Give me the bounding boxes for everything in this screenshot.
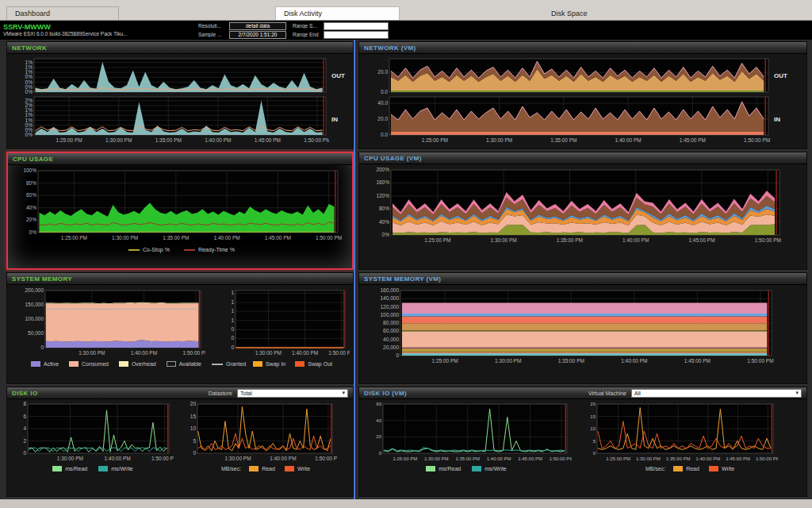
panel-cpu-usage[interactable]: CPU USAGE 0%20%40%60%80%100%1:25:00 PM1:… [6, 152, 354, 270]
svg-text:1:30:00 PM: 1:30:00 PM [105, 137, 132, 143]
resolution-value[interactable]: detail data [229, 22, 286, 30]
panel-title-cpu: CPU USAGE [13, 156, 53, 163]
legend-item: ms/Read [52, 466, 87, 471]
svg-text:10: 10 [190, 425, 197, 431]
svg-text:1:30:00 PM: 1:30:00 PM [79, 350, 105, 356]
legend-swatch [167, 361, 176, 367]
disk-mb-legend: ReadWrite [249, 466, 310, 471]
svg-text:1:30:00 PM: 1:30:00 PM [112, 235, 138, 241]
network-out-chart: 0%0%0%0%1%1%1% [10, 56, 329, 94]
legend-item: Swap Out [295, 361, 332, 367]
legend-label: Overhead [132, 361, 156, 367]
legend-swatch [673, 466, 683, 471]
legend-item: Read [249, 466, 275, 471]
cpu-usage-vm-chart: 0%40%80%120%160%200%1:25:00 PM1:30:00 PM… [362, 167, 806, 244]
virtual-machine-select[interactable]: All ▾ [631, 389, 802, 398]
svg-text:40%: 40% [26, 205, 36, 210]
network-vm-out-chart: 0.020.0 [362, 56, 772, 94]
svg-text:1%: 1% [25, 69, 33, 75]
svg-text:1:40:00 PM: 1:40:00 PM [622, 237, 649, 243]
svg-text:1%: 1% [25, 107, 33, 113]
legend-label: ms/Write [111, 466, 132, 471]
panel-title-network-vm: NETWORK (VM) [364, 44, 416, 52]
disk-throughput-chart: 051015201:30:00 PM1:40:00 PM1:50:00 PM [180, 402, 337, 462]
svg-text:1:25:00 PM: 1:25:00 PM [56, 137, 82, 143]
dashboard-header: SSRV-MWWW VMware ESXi 6.0.0 build-382588… [0, 21, 812, 40]
svg-text:1:40:00 PM: 1:40:00 PM [487, 456, 511, 461]
disk-vm-mb-legend-group: MB/sec: ReadWrite [573, 466, 806, 471]
network-vm-in-label: IN [774, 116, 780, 123]
panel-title-network: NETWORK [12, 44, 47, 52]
svg-text:0%: 0% [25, 89, 33, 94]
svg-text:2%: 2% [25, 98, 33, 103]
svg-text:1:45:00 PM: 1:45:00 PM [680, 137, 706, 143]
svg-text:5: 5 [593, 439, 596, 444]
svg-text:1:50:00 PM: 1:50:00 PM [328, 350, 350, 356]
chevron-down-icon: ▾ [795, 390, 799, 396]
range-end-input[interactable] [324, 31, 389, 39]
panel-disk-io-vm: DISK IO (VM) Virtual Machine All ▾ 02040… [358, 387, 807, 497]
svg-text:1:40:00 PM: 1:40:00 PM [696, 456, 721, 461]
svg-text:60,000: 60,000 [383, 328, 399, 333]
svg-text:1:50:00 PM: 1:50:00 PM [316, 235, 342, 241]
virtual-machine-value: All [634, 391, 795, 396]
legend-item: Read [673, 466, 699, 471]
svg-text:1:25:00 PM: 1:25:00 PM [61, 235, 87, 241]
network-in-label: IN [331, 116, 338, 123]
legend-swatch [212, 364, 223, 365]
svg-text:1:40:00 PM: 1:40:00 PM [292, 350, 318, 356]
svg-text:60: 60 [376, 402, 381, 406]
network-out-label: OUT [331, 72, 345, 79]
network-vm-out-label: OUT [774, 72, 787, 79]
legend-item: Overhead [119, 361, 156, 367]
legend-swatch [52, 466, 62, 471]
network-in-chart: 0%0%0%1%1%1%2%2%1:25:00 PM1:30:00 PM1:35… [10, 94, 329, 144]
legend-swatch [472, 466, 481, 471]
svg-text:120%: 120% [376, 193, 389, 198]
svg-text:1:25:00 PM: 1:25:00 PM [393, 456, 417, 461]
legend-label: Co-Stop % [143, 247, 170, 252]
svg-text:0: 0 [231, 335, 234, 341]
tab-dashboard[interactable]: Dashboard [6, 6, 119, 20]
disk-vm-ms-legend: ms/Readms/Write [359, 466, 573, 471]
svg-text:1:30:00 PM: 1:30:00 PM [486, 137, 512, 143]
svg-text:1:40:00 PM: 1:40:00 PM [205, 137, 231, 143]
svg-text:1:35:00 PM: 1:35:00 PM [155, 137, 182, 143]
legend-label: Swap Out [308, 361, 332, 367]
svg-text:100%: 100% [23, 168, 36, 173]
sample-value[interactable]: 2/7/2020 1:51:20 [229, 31, 286, 39]
legend-label: Available [179, 361, 201, 367]
chevron-down-icon: ▾ [342, 390, 345, 396]
svg-text:4: 4 [23, 425, 26, 431]
legend-item: Consumed [69, 361, 109, 367]
svg-text:1%: 1% [25, 64, 33, 70]
svg-text:20%: 20% [26, 217, 36, 222]
legend-label: ms/Read [439, 466, 461, 471]
legend-item: ms/Write [472, 466, 506, 471]
range-end-label: Range End [293, 32, 321, 37]
range-start-label: Range S... [293, 23, 321, 29]
svg-text:1%: 1% [25, 60, 33, 65]
disk-latency-chart: 024681:30:00 PM1:40:00 PM1:50:00 PM [12, 402, 174, 462]
virtual-machine-label: Virtual Machine [588, 391, 626, 396]
datastore-select[interactable]: Total ▾ [237, 389, 348, 398]
network-vm-in-chart: 0.020.040.01:25:00 PM1:30:00 PM1:35:00 P… [362, 94, 772, 144]
svg-text:0: 0 [379, 451, 382, 456]
panel-title-memory-vm: SYSTEM MEMORY (VM) [364, 275, 441, 283]
svg-text:1:50:00 PM: 1:50:00 PM [744, 137, 770, 143]
svg-text:20.0: 20.0 [377, 69, 388, 75]
panel-network: NETWORK 0%0%0%0%1%1%1% OUT 0%0%0%1%1%1%2… [6, 41, 354, 149]
swap-chart: 00011111:30:00 PM1:40:00 PM1:50:00 PM [224, 288, 350, 356]
svg-text:60%: 60% [26, 192, 36, 198]
svg-text:100,000: 100,000 [25, 316, 44, 321]
range-start-input[interactable] [324, 22, 389, 30]
tab-disk-space[interactable]: Disk Space [543, 7, 654, 20]
legend-label: Write [297, 466, 310, 471]
svg-text:40,000: 40,000 [383, 337, 399, 342]
svg-text:1:45:00 PM: 1:45:00 PM [518, 456, 542, 461]
svg-text:0: 0 [593, 451, 596, 456]
svg-text:1:35:00 PM: 1:35:00 PM [550, 137, 576, 143]
legend-swatch [295, 361, 304, 367]
bottom-strip [0, 499, 812, 508]
tab-disk-activity[interactable]: Disk Activity [275, 6, 400, 20]
